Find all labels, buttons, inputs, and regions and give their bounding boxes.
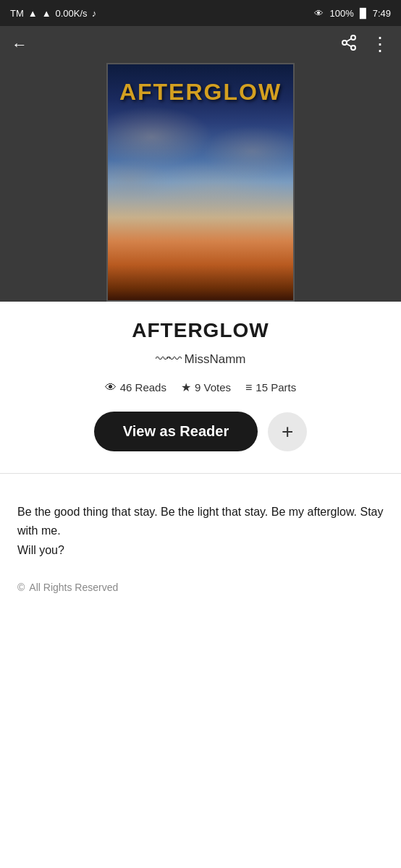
nav-actions: ⋮: [340, 33, 389, 56]
reads-icon: 👁: [105, 381, 117, 394]
parts-stat: ≡ 15 Parts: [245, 381, 296, 394]
carrier-label: TM: [10, 8, 24, 19]
book-cover: AFTERGLOW: [106, 63, 295, 302]
book-cover-background: AFTERGLOW: [108, 64, 293, 300]
votes-icon: ★: [181, 380, 191, 394]
svg-line-3: [347, 43, 352, 46]
svg-point-1: [342, 41, 347, 45]
divider: [0, 473, 401, 474]
status-bar: TM ▲ ▲ 0.00K/s ♪ 👁 100% ▉ 7:49: [0, 0, 401, 26]
reads-count: 46 Reads: [120, 381, 166, 393]
top-nav: ← ⋮: [0, 26, 401, 63]
music-icon: ♪: [92, 8, 97, 19]
signal-icon: ▲: [28, 8, 38, 19]
time-label: 7:49: [373, 8, 391, 19]
eye-icon: 👁: [314, 8, 324, 19]
battery-label: 100%: [329, 8, 353, 19]
speed-label: 0.00K/s: [56, 8, 88, 19]
reads-stat: 👁 46 Reads: [105, 381, 166, 394]
story-title: AFTERGLOW: [132, 319, 269, 342]
parts-icon: ≡: [245, 381, 252, 394]
author-name[interactable]: MissNamm: [185, 352, 246, 367]
back-button[interactable]: ←: [12, 35, 28, 54]
svg-point-0: [351, 35, 355, 40]
header-section: ← ⋮ AFTERGLOW: [0, 26, 401, 302]
description-section: Be the good thing that stay. Be the ligh…: [0, 481, 401, 574]
battery-icon: ▉: [360, 8, 367, 19]
copyright-icon: ©: [17, 582, 25, 593]
more-icon[interactable]: ⋮: [371, 33, 389, 56]
wifi-icon: ▲: [42, 8, 51, 19]
votes-stat: ★ 9 Votes: [181, 380, 231, 394]
author-icon: 〰〰: [156, 351, 179, 367]
parts-count: 15 Parts: [256, 381, 296, 393]
stats-row: 👁 46 Reads ★ 9 Votes ≡ 15 Parts: [105, 380, 296, 394]
add-button[interactable]: +: [268, 412, 307, 451]
status-right: 👁 100% ▉ 7:49: [314, 8, 391, 19]
status-left: TM ▲ ▲ 0.00K/s ♪: [10, 8, 96, 19]
votes-count: 9 Votes: [195, 381, 231, 393]
share-icon[interactable]: [340, 34, 358, 56]
buttons-row: View as Reader +: [94, 412, 307, 451]
svg-point-2: [351, 46, 355, 50]
view-as-reader-button[interactable]: View as Reader: [94, 412, 258, 451]
author-row: 〰〰 MissNamm: [156, 351, 246, 367]
content-section: AFTERGLOW 〰〰 MissNamm 👁 46 Reads ★ 9 Vot…: [0, 302, 401, 473]
svg-line-4: [347, 38, 352, 41]
rights-section: © All Rights Reserved: [0, 574, 401, 615]
rights-text: All Rights Reserved: [29, 582, 118, 593]
book-cover-title: AFTERGLOW: [108, 79, 293, 106]
description-text: Be the good thing that stay. Be the ligh…: [17, 503, 384, 560]
